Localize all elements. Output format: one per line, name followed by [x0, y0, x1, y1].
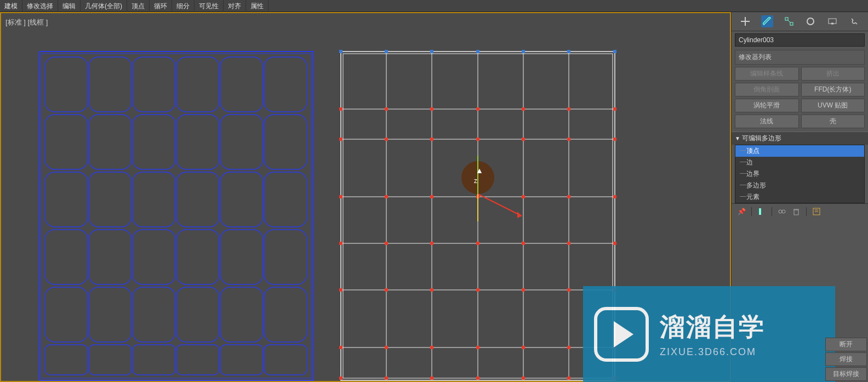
svg-rect-78	[613, 195, 616, 198]
menu-modeling[interactable]: 建模	[0, 0, 22, 12]
btn-shell[interactable]: 壳	[801, 115, 865, 128]
svg-rect-104	[522, 377, 525, 380]
menu-loop[interactable]: 循环	[150, 0, 172, 12]
modify-tab-icon[interactable]	[761, 15, 773, 27]
svg-rect-70	[567, 138, 570, 141]
btn-uvw-map[interactable]: UVW 贴图	[801, 99, 865, 112]
btn-turbosmooth[interactable]: 涡轮平滑	[735, 99, 799, 112]
svg-rect-74	[430, 195, 433, 198]
separator	[806, 207, 807, 216]
btn-normal[interactable]: 法线	[735, 115, 799, 128]
watermark-url: ZIXUE.3D66.COM	[660, 346, 765, 358]
svg-rect-16	[133, 172, 175, 227]
object-name-field[interactable]: Cylinder003	[735, 33, 865, 47]
edit-vertex-buttons: 断开 焊接 目标焊接	[824, 337, 868, 382]
display-tab-icon[interactable]	[826, 15, 838, 27]
svg-rect-56	[567, 50, 570, 53]
menu-edit[interactable]: 编辑	[58, 0, 81, 12]
svg-rect-10	[133, 115, 175, 169]
svg-rect-86	[339, 288, 342, 292]
svg-rect-55	[522, 50, 525, 53]
svg-rect-25	[264, 230, 307, 284]
subobj-edge[interactable]: 边	[735, 157, 864, 168]
btn-target-weld[interactable]: 目标焊接	[825, 367, 867, 381]
btn-break[interactable]: 断开	[825, 338, 867, 351]
btn-chamfer[interactable]: 倒角剖面	[735, 83, 799, 96]
configure-sets-icon[interactable]	[812, 207, 821, 216]
svg-rect-96	[476, 346, 479, 349]
editable-poly-rollout[interactable]: 可编辑多边形	[732, 132, 868, 145]
svg-rect-115	[790, 22, 793, 25]
svg-rect-102	[430, 377, 433, 380]
svg-rect-3	[89, 57, 132, 112]
viewport-label: [标准 ] [线框 ]	[5, 18, 48, 27]
svg-rect-52	[385, 50, 388, 53]
menu-geometry-all[interactable]: 几何体(全部)	[81, 0, 127, 12]
svg-rect-84	[567, 242, 570, 245]
svg-rect-26	[45, 287, 88, 342]
svg-rect-27	[89, 287, 132, 342]
svg-rect-8	[45, 115, 88, 169]
svg-rect-101	[385, 377, 388, 380]
subobj-vertex[interactable]: 顶点	[735, 145, 864, 157]
left-wireframe-object	[34, 46, 363, 382]
btn-edit-spline[interactable]: 编辑样条线	[735, 67, 799, 81]
svg-rect-31	[264, 287, 307, 342]
play-logo-icon	[594, 307, 649, 362]
motion-tab-icon[interactable]	[804, 15, 816, 27]
menu-align[interactable]: 对齐	[224, 0, 246, 12]
subobj-polygon[interactable]: 多边形	[735, 180, 864, 191]
btn-ffd-box[interactable]: FFD(长方体)	[801, 83, 865, 96]
svg-rect-114	[785, 18, 788, 20]
svg-rect-94	[385, 346, 388, 349]
hierarchy-tab-icon[interactable]	[783, 15, 795, 27]
btn-weld[interactable]: 焊接	[825, 352, 867, 366]
svg-rect-33	[89, 345, 132, 375]
svg-rect-54	[476, 50, 479, 53]
svg-rect-72	[339, 195, 342, 198]
svg-point-117	[807, 18, 814, 25]
svg-rect-14	[45, 172, 88, 227]
svg-rect-2	[45, 57, 88, 112]
svg-rect-12	[220, 115, 263, 169]
svg-marker-110	[517, 212, 522, 218]
utilities-tab-icon[interactable]	[848, 15, 860, 27]
subobject-list: 顶点 边 边界 多边形 元素	[735, 145, 865, 203]
subobj-border[interactable]: 边界	[735, 168, 864, 180]
watermark: 溜溜自学 ZIXUE.3D66.COM	[583, 286, 835, 382]
svg-rect-90	[522, 288, 525, 292]
svg-rect-13	[264, 115, 307, 169]
menu-subdivide[interactable]: 细分	[172, 0, 195, 12]
modifier-list-dropdown[interactable]: 修改器列表	[735, 50, 865, 65]
svg-rect-82	[476, 242, 479, 245]
svg-rect-36	[220, 345, 263, 375]
svg-rect-77	[567, 195, 570, 198]
svg-rect-35	[176, 345, 219, 375]
watermark-title: 溜溜自学	[660, 310, 765, 344]
menu-properties[interactable]: 属性	[246, 0, 269, 12]
svg-rect-20	[45, 230, 88, 284]
svg-rect-61	[476, 107, 479, 111]
subobj-element[interactable]: 元素	[735, 191, 864, 203]
svg-rect-28	[133, 287, 175, 342]
create-tab-icon[interactable]	[739, 15, 751, 27]
svg-rect-71	[613, 138, 616, 141]
menu-vertex[interactable]: 顶点	[127, 0, 150, 12]
separator	[751, 207, 752, 216]
btn-extrude[interactable]: 挤出	[801, 67, 865, 81]
svg-rect-87	[385, 288, 388, 292]
svg-rect-6	[220, 57, 263, 112]
svg-rect-23	[176, 230, 219, 284]
gizmo-z-axis: z	[474, 177, 477, 185]
menu-visibility[interactable]: 可见性	[195, 0, 224, 12]
make-unique-icon[interactable]	[778, 207, 786, 216]
menu-modify-selection[interactable]: 修改选择	[22, 0, 58, 12]
svg-rect-34	[133, 345, 175, 375]
svg-line-109	[478, 194, 522, 216]
remove-modifier-icon[interactable]	[792, 207, 801, 216]
show-end-result-icon[interactable]	[757, 207, 766, 216]
pin-stack-icon[interactable]: 📌	[737, 207, 746, 216]
svg-rect-68	[476, 138, 479, 141]
svg-rect-62	[522, 107, 525, 111]
modifier-stack-toolbar: 📌	[732, 203, 868, 219]
